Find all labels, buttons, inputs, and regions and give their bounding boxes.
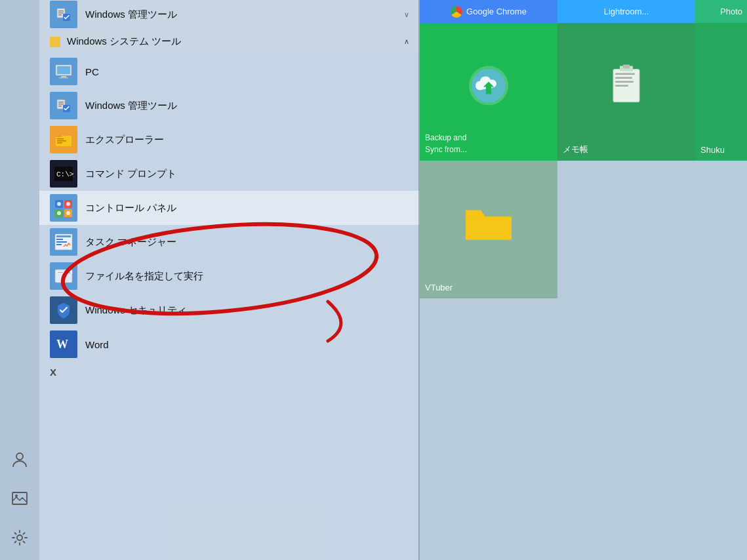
svg-rect-7 [58,14,62,16]
word-icon: W [50,330,77,358]
cmd-icon: C:\>_ [50,160,77,188]
svg-rect-5 [58,10,64,12]
svg-rect-48 [615,73,635,75]
windows-manage-label: Windows 管理ツール [85,100,177,112]
section-x: X [39,361,420,383]
windows-manage-icon [50,92,77,119]
svg-text:OK: OK [67,270,73,274]
svg-rect-39 [58,272,63,273]
tile-lightroom[interactable]: Lightroom... [557,0,695,23]
backup-icon [466,63,512,111]
windows-system-tools-header[interactable]: Windows システム ツール ∧ [39,29,420,54]
svg-rect-10 [57,66,70,74]
svg-point-29 [66,202,70,206]
menu-item-control-panel[interactable]: コントロール パネル [39,191,420,225]
svg-point-28 [57,202,61,206]
task-manager-label: タスク マネージャー [85,236,176,249]
sidebar-strip [0,0,39,560]
tile-google-chrome[interactable]: Google Chrome [420,0,557,23]
photo-tile-label: Photo [720,7,742,16]
windows-mgmt-icon [50,1,77,28]
svg-rect-20 [57,140,66,142]
tile-vtuber[interactable]: VTuber [420,161,557,298]
svg-point-31 [66,211,70,215]
svg-rect-50 [615,81,634,83]
run-icon: OK [50,262,77,290]
svg-rect-16 [58,106,62,107]
memo-icon [603,63,649,111]
tile-memo[interactable]: メモ帳 [557,23,695,161]
explorer-icon [50,126,77,153]
svg-rect-35 [56,241,67,243]
shuku-tile-label: Shuku [700,144,725,155]
chrome-tile-label: Google Chrome [466,7,527,16]
tile-shuku[interactable]: Shuku [695,23,747,161]
menu-item-windows-mgmt-top[interactable]: Windows 管理ツール ∨ [39,0,420,29]
svg-rect-51 [615,85,628,87]
vtuber-folder-icon [462,201,515,249]
svg-rect-6 [58,12,64,14]
windows-mgmt-top-label: Windows 管理ツール [85,9,177,21]
memo-tile-label: メモ帳 [563,143,588,155]
pc-icon [50,58,77,85]
tiles-middle-row: Backup andSync from... メモ帳 [420,23,747,161]
tile-photo[interactable]: Photo [695,0,747,23]
svg-rect-53 [623,65,630,69]
menu-item-explorer[interactable]: エクスプローラー [39,123,420,157]
lightroom-tile-label: Lightroom... [604,7,649,16]
svg-rect-14 [58,102,64,103]
control-panel-label: コントロール パネル [85,202,176,214]
control-panel-icon [50,194,77,222]
svg-rect-36 [56,244,62,245]
start-menu-left: Windows 管理ツール ∨ Windows システム ツール ∧ PC [0,0,420,560]
windows-system-tools-label: Windows システム ツール [67,35,404,48]
windows-systools-folder-icon [50,37,60,47]
backup-tile-label: Backup andSync from... [425,131,467,155]
settings-icon[interactable] [7,525,33,551]
photos-icon[interactable] [7,485,33,511]
start-menu-right: Google Chrome Lightroom... Photo [420,0,747,560]
menu-list: Windows 管理ツール ∨ Windows システム ツール ∧ PC [39,0,420,383]
run-label: ファイル名を指定して実行 [85,270,203,283]
windows-security-icon [50,296,77,324]
svg-rect-19 [57,138,64,140]
svg-point-0 [16,453,23,460]
svg-rect-33 [56,235,71,237]
pc-label: PC [85,66,99,77]
svg-rect-49 [615,77,632,79]
menu-item-cmd[interactable]: C:\>_ コマンド プロンプト [39,157,420,191]
user-icon[interactable] [7,446,33,472]
svg-text:W: W [56,338,68,351]
vtuber-tile-label: VTuber [425,281,453,293]
menu-item-pc[interactable]: PC [39,54,420,89]
svg-point-3 [17,535,22,540]
windows-security-label: Windows セキュリティ [85,304,187,317]
svg-point-2 [15,494,18,497]
chevron-down-icon: ∨ [404,10,409,19]
svg-rect-54 [466,217,512,240]
task-manager-icon [50,228,77,256]
menu-item-windows-manage[interactable]: Windows 管理ツール [39,89,420,123]
svg-rect-12 [59,77,68,79]
svg-point-30 [57,211,61,215]
word-label: Word [85,339,109,350]
svg-rect-15 [58,104,64,105]
svg-rect-21 [57,142,62,144]
menu-item-word[interactable]: W Word [39,327,420,361]
menu-item-task-manager[interactable]: タスク マネージャー [39,225,420,259]
svg-rect-11 [61,76,66,77]
tile-backup-sync[interactable]: Backup andSync from... [420,23,557,161]
explorer-label: エクスプローラー [85,134,164,146]
tiles-bottom-row: VTuber [420,161,747,298]
chrome-icon [451,6,462,18]
cmd-label: コマンド プロンプト [85,168,176,180]
svg-rect-34 [56,239,63,240]
tiles-top-row: Google Chrome Lightroom... Photo [420,0,747,23]
menu-item-windows-security[interactable]: Windows セキュリティ [39,293,420,327]
chevron-up-icon: ∧ [404,37,409,46]
menu-item-run[interactable]: OK ファイル名を指定して実行 [39,259,420,293]
svg-text:C:\>_: C:\>_ [56,170,74,178]
